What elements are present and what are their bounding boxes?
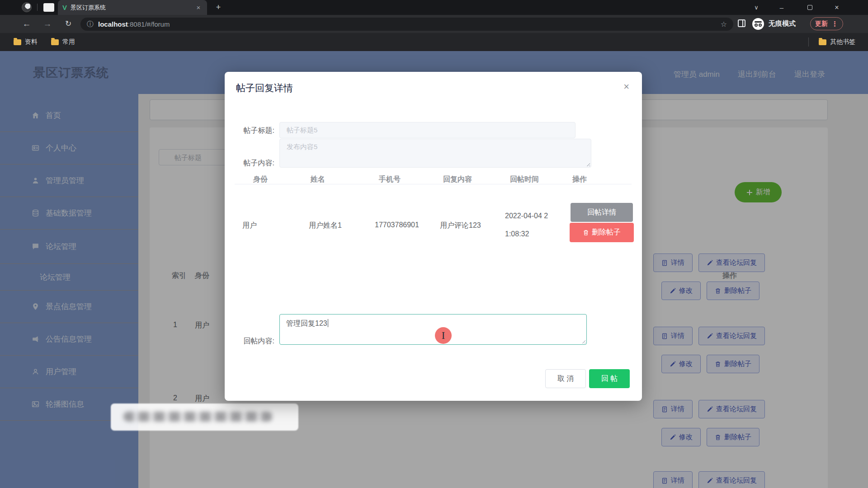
window-minimize-button[interactable]: [771, 0, 792, 15]
reply-col-phone: 手机号: [379, 175, 401, 184]
update-label: 更新: [815, 20, 828, 28]
tab-separator: [37, 4, 38, 11]
back-button[interactable]: [18, 15, 35, 33]
vue-favicon: V: [62, 4, 67, 11]
reply-name: 用户姓名1: [309, 221, 342, 230]
bookmark-folder-cy[interactable]: 常用: [51, 38, 75, 46]
folder-icon: [819, 39, 826, 45]
url-host: localhost: [98, 20, 128, 28]
reply-time: 1:08:32: [505, 230, 529, 238]
bookmark-star-icon[interactable]: [721, 20, 727, 28]
reply-col-content: 回复内容: [443, 175, 472, 184]
reload-button[interactable]: [60, 15, 77, 33]
resize-grip: [585, 162, 590, 166]
new-tab-button[interactable]: [212, 2, 224, 14]
browser-menu-icon[interactable]: [831, 20, 838, 28]
folder-icon: [51, 39, 59, 45]
window-restore-button[interactable]: [799, 0, 820, 15]
tab-search-chevron-icon[interactable]: [746, 0, 767, 15]
reply-content-label: 回帖内容:: [231, 337, 274, 346]
text-cursor-indicator: [435, 327, 452, 344]
blurred-watermark: [111, 404, 298, 431]
post-content-label: 帖子内容:: [231, 159, 274, 168]
post-title-label: 帖子标题:: [231, 126, 274, 136]
delete-post-button-modal[interactable]: 删除帖子: [570, 223, 634, 242]
reply-col-action: 操作: [572, 175, 587, 184]
bookmarks-divider: [808, 38, 809, 47]
bookmarks-bar: 资料 常用 其他书签: [0, 33, 868, 51]
text-caret: [328, 319, 329, 327]
reply-col-name: 姓名: [311, 175, 325, 184]
reply-col-identity: 身份: [253, 175, 268, 184]
reply-content-input[interactable]: 管理回复123: [279, 314, 587, 345]
screen: V 景区订票系统 localhost :8081/#/forum 无痕模式 更新: [0, 0, 868, 488]
reply-detail-button[interactable]: 回帖详情: [571, 203, 633, 222]
forward-button[interactable]: [39, 15, 56, 33]
other-bookmarks[interactable]: 其他书签: [808, 38, 855, 47]
active-browser-tab[interactable]: V 景区订票系统: [58, 0, 207, 15]
reply-identity: 用户: [242, 221, 257, 230]
reply-col-time: 回帖时间: [510, 175, 539, 184]
folder-icon: [14, 39, 21, 45]
tab-title: 景区订票系统: [71, 4, 191, 12]
globe-pinned-tab-icon[interactable]: [22, 2, 32, 12]
reply-content: 用户评论123: [440, 221, 481, 230]
trash-icon: [583, 230, 589, 236]
window-close-button[interactable]: [826, 0, 847, 15]
table-divider: [235, 184, 632, 184]
browser-tab-strip: V 景区订票系统: [0, 0, 868, 15]
cancel-button[interactable]: 取 消: [545, 369, 586, 388]
dialog-title: 帖子回复详情: [236, 82, 293, 94]
dialog-close-icon[interactable]: [623, 81, 629, 93]
url-path: :8081/#/forum: [128, 20, 170, 28]
resize-grip: [581, 339, 585, 343]
post-title-input-disabled: 帖子标题5: [279, 122, 576, 138]
browser-toolbar: localhost :8081/#/forum 无痕模式 更新: [0, 15, 868, 33]
chrome-update-button[interactable]: 更新: [810, 17, 843, 30]
address-bar[interactable]: localhost :8081/#/forum: [80, 18, 733, 31]
post-reply-dialog: 帖子回复详情 帖子标题: 帖子标题5 帖子内容: 发布内容5 身份 姓名 手机号…: [225, 72, 642, 401]
incognito-icon: [752, 18, 764, 30]
site-info-icon[interactable]: [87, 20, 94, 28]
side-panel-icon[interactable]: [738, 19, 745, 27]
post-content-textarea-disabled: 发布内容5: [279, 139, 591, 168]
incognito-label: 无痕模式: [769, 19, 796, 28]
reply-time: 2022-04-04 2: [505, 212, 548, 220]
pinned-tab-icon[interactable]: [43, 3, 54, 12]
reply-phone: 17703786901: [375, 221, 419, 229]
tab-close-icon[interactable]: [194, 4, 203, 11]
bookmark-folder-zl[interactable]: 资料: [14, 38, 38, 46]
reply-submit-button[interactable]: 回 帖: [589, 369, 630, 388]
